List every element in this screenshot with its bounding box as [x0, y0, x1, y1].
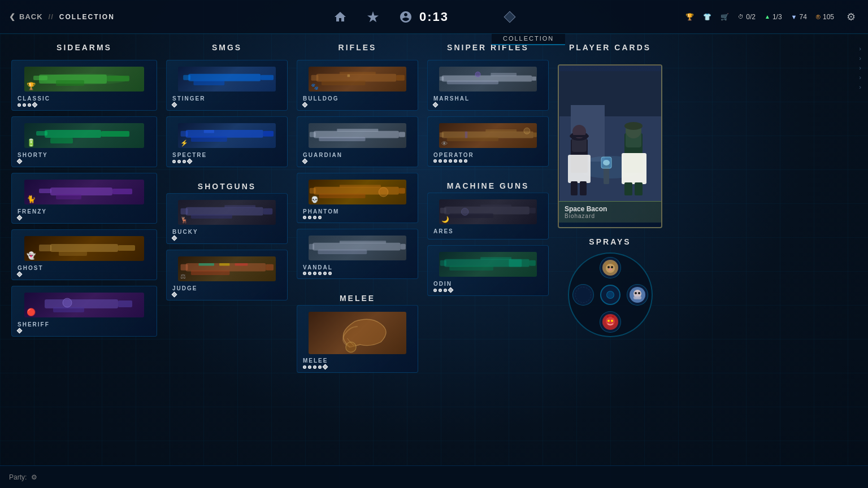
sidearms-title: SIDEARMS — [11, 43, 157, 52]
svg-rect-71 — [491, 73, 517, 76]
smgs-title: SMGS — [166, 43, 288, 52]
svg-rect-101 — [571, 181, 578, 195]
svg-rect-64 — [340, 241, 386, 243]
svg-rect-69 — [440, 76, 444, 80]
vandal-gun-svg — [309, 236, 407, 260]
weapon-card-shorty[interactable]: 🔋 SHORTY — [11, 116, 157, 167]
dot-2 — [439, 289, 442, 292]
marshal-illustration — [439, 67, 537, 91]
ares-label: ARES — [433, 228, 454, 234]
classic-image-area: 🏆 — [18, 65, 151, 93]
judge-gun-svg — [178, 256, 276, 281]
frenzy-illustration: 🐈 — [24, 180, 144, 204]
bulldog-illustration: 🐾 — [309, 67, 407, 91]
spray-slot-left[interactable] — [572, 284, 594, 306]
svg-point-77 — [524, 128, 530, 134]
operator-image-area: 👁 — [433, 121, 542, 150]
weapon-card-vandal[interactable]: VANDAL — [297, 229, 418, 279]
settings-icon[interactable]: ⚙ — [843, 9, 859, 25]
scroll-chevron-3: › — [859, 64, 861, 71]
scroll-chevron-5: › — [859, 84, 861, 90]
player-card-container[interactable]: 233 — [558, 64, 662, 228]
bucky-label: BUCKY — [172, 229, 198, 235]
sniper-machine-column: SNIPER RIFLES MARSHAL — [427, 43, 549, 456]
diamond-nav-icon[interactable] — [502, 9, 518, 25]
classic-illustration: 🏆 — [24, 67, 144, 91]
svg-rect-75 — [440, 133, 444, 137]
svg-point-106 — [624, 122, 643, 130]
side-scroll-indicators: › › › › › — [859, 45, 861, 90]
trophy-stat: 🏆 — [685, 13, 694, 21]
weapon-card-bucky[interactable]: 🦌 BUCKY — [166, 193, 288, 244]
sheriff-gun-svg — [28, 293, 141, 317]
dot-diamond — [172, 236, 177, 241]
collection-tab[interactable]: COLLECTION — [492, 34, 565, 45]
weapon-card-phantom[interactable]: 💀 PHANTOM — [297, 173, 418, 223]
weapon-card-stinger[interactable]: STINGER — [166, 60, 288, 111]
phantom-gun-svg — [309, 180, 407, 204]
abilities-nav-icon[interactable] — [365, 9, 381, 25]
svg-rect-46 — [311, 75, 318, 81]
dot-3 — [444, 289, 447, 292]
weapon-card-melee[interactable]: MELEE — [297, 305, 418, 373]
dot-2 — [308, 216, 311, 219]
weapon-card-marshal[interactable]: MARSHAL — [427, 60, 549, 111]
dot-2 — [23, 103, 26, 107]
ares-image-area: 🌙 — [433, 198, 542, 226]
rp-icon: ® — [816, 14, 821, 20]
dot-1 — [433, 159, 437, 163]
svg-rect-82 — [440, 208, 446, 213]
cart-stat[interactable]: 🛒 — [721, 13, 729, 21]
svg-rect-32 — [263, 208, 272, 215]
svg-rect-28 — [191, 137, 227, 142]
spray-bottom-image — [602, 313, 619, 330]
phantom-charm: 💀 — [311, 196, 319, 203]
shirt-stat: 👕 — [703, 13, 711, 21]
spray-slot-bottom[interactable] — [600, 311, 621, 333]
spray-center[interactable] — [600, 285, 620, 305]
svg-rect-63 — [309, 244, 314, 250]
weapon-card-ares[interactable]: 🌙 ARES — [427, 193, 549, 239]
weapon-card-ghost[interactable]: 👻 GHOST — [11, 229, 157, 280]
spectre-illustration: ⚡ — [178, 123, 276, 148]
svg-rect-83 — [480, 204, 511, 207]
home-nav-icon[interactable] — [332, 9, 348, 25]
dot-1 — [303, 365, 306, 369]
party-settings-icon[interactable]: ⚙ — [31, 473, 37, 481]
dot-diamond — [17, 328, 23, 334]
svg-rect-88 — [440, 260, 446, 266]
spray-slot-right[interactable] — [627, 284, 648, 306]
agent-nav-icon[interactable] — [398, 9, 414, 25]
spray-slot-top[interactable] — [600, 257, 621, 278]
svg-rect-62 — [318, 250, 367, 254]
weapon-card-operator[interactable]: 👁 OPERATOR — [427, 116, 549, 167]
phantom-dots — [303, 216, 322, 219]
frenzy-gun-svg — [28, 180, 141, 204]
svg-rect-15 — [118, 245, 135, 251]
svg-rect-12 — [56, 194, 81, 199]
machine-guns-section: MACHINE GUNS 🌙 — [427, 181, 549, 296]
dot-diamond — [32, 102, 38, 108]
svg-rect-73 — [533, 133, 536, 137]
weapon-card-spectre[interactable]: ⚡ SPECTRE — [166, 116, 288, 167]
weapon-card-classic[interactable]: 🏆 CLASSIC — [11, 60, 157, 111]
weapon-card-odin[interactable]: ODIN — [427, 245, 549, 296]
weapon-card-bulldog[interactable]: 🐾 BULLDOG — [297, 60, 418, 111]
svg-rect-42 — [235, 263, 248, 266]
sprays-title: SPRAYS — [558, 237, 662, 246]
odin-label: ODIN — [433, 281, 452, 287]
guardian-gun-svg — [309, 123, 407, 148]
dot-4 — [318, 272, 322, 275]
svg-rect-80 — [530, 208, 536, 213]
operator-label: OPERATOR — [433, 152, 474, 158]
svg-rect-47 — [340, 72, 376, 75]
weapon-card-guardian[interactable]: GUARDIAN — [297, 116, 418, 167]
ghost-illustration: 👻 — [24, 236, 144, 261]
back-button[interactable]: BACK // COLLECTION — [9, 12, 115, 21]
weapon-card-sheriff[interactable]: 🔴 SHERIFF — [11, 286, 157, 337]
svg-rect-45 — [322, 81, 366, 85]
dot-2 — [308, 365, 311, 369]
spray-circle — [568, 252, 653, 337]
weapon-card-judge[interactable]: ⚖ JUDGE — [166, 250, 288, 300]
weapon-card-frenzy[interactable]: 🐈 FRENZY — [11, 173, 157, 224]
